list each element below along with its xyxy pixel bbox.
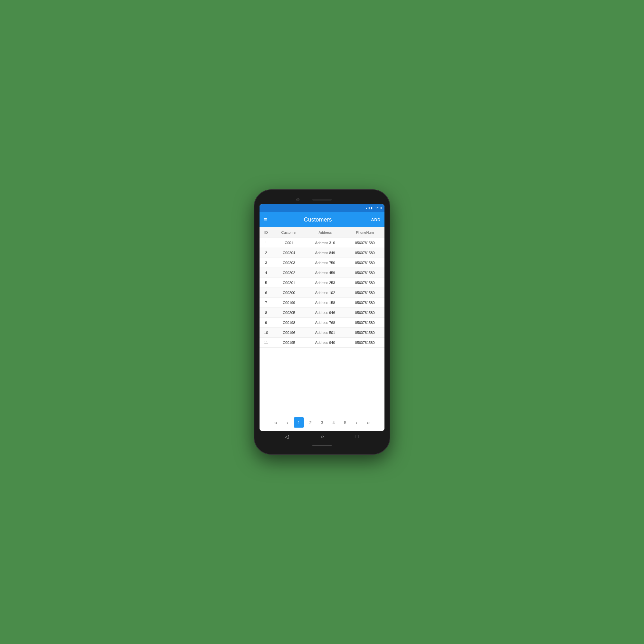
table-cell-8-1: C00198: [273, 318, 305, 328]
table-cell-7-1: C00205: [273, 308, 305, 318]
pagination-prev[interactable]: ‹: [282, 417, 292, 428]
col-header-customer: Customer: [273, 227, 305, 238]
table-header: ID Customer Address PhoneNum: [260, 227, 384, 238]
back-button[interactable]: ◁: [285, 434, 289, 440]
wifi-icon: ▾: [366, 206, 367, 210]
col-header-address: Address: [305, 227, 345, 238]
status-icons: ▾ ▮ ▮: [366, 206, 373, 210]
pagination-first[interactable]: ‹‹: [270, 417, 281, 428]
table-cell-4-0: 5: [260, 278, 273, 288]
table-cell-6-0: 7: [260, 298, 273, 308]
recents-button[interactable]: □: [356, 434, 359, 440]
table-cell-3-0: 4: [260, 268, 273, 278]
table-cell-10-0: 11: [260, 338, 273, 348]
table-cell-9-1: C00196: [273, 328, 305, 338]
table-row[interactable]: 11C00195Address 9400560781580: [260, 338, 384, 348]
table-cell-9-0: 10: [260, 328, 273, 338]
table-cell-0-1: C001: [273, 238, 305, 248]
phone-camera: [296, 198, 299, 201]
table-body: 1C001Address 31005607815802C00204Address…: [260, 238, 384, 348]
home-indicator: [312, 445, 332, 446]
table-row[interactable]: 9C00198Address 7680560781580: [260, 318, 384, 328]
pagination-next[interactable]: ›: [352, 417, 362, 428]
table-cell-5-2: Address 102: [305, 288, 345, 298]
customers-table: ID Customer Address PhoneNum 1C001Addres…: [260, 227, 384, 348]
bottom-nav-bar: ◁ ○ □: [260, 431, 384, 442]
table-cell-4-2: Address 253: [305, 278, 345, 288]
status-bar: ▾ ▮ ▮ 1:10: [260, 204, 384, 212]
battery-icon: ▮: [371, 206, 373, 210]
pagination-page-2[interactable]: 2: [305, 417, 316, 428]
pagination-page-5[interactable]: 5: [340, 417, 350, 428]
pagination-page-1[interactable]: 1: [294, 417, 304, 428]
col-header-id: ID: [260, 227, 273, 238]
table-row[interactable]: 3C00203Address 7500560781580: [260, 258, 384, 268]
table-cell-8-3: 0560781580: [345, 318, 384, 328]
table-cell-5-3: 0560781580: [345, 288, 384, 298]
home-button[interactable]: ○: [321, 434, 324, 440]
table-row[interactable]: 6C00200Address 1020560781580: [260, 288, 384, 298]
table-cell-3-3: 0560781580: [345, 268, 384, 278]
table-cell-7-0: 8: [260, 308, 273, 318]
table-cell-10-2: Address 940: [305, 338, 345, 348]
table-container: ID Customer Address PhoneNum 1C001Addres…: [260, 227, 384, 414]
table-row[interactable]: 5C00201Address 2530560781580: [260, 278, 384, 288]
table-cell-3-2: Address 459: [305, 268, 345, 278]
phone-device: ▾ ▮ ▮ 1:10 ≡ Customers ADD ID Customer A…: [254, 190, 390, 454]
pagination: ‹‹ ‹ 1 2 3 4 5 › ››: [260, 414, 384, 431]
phone-screen: ▾ ▮ ▮ 1:10 ≡ Customers ADD ID Customer A…: [260, 204, 384, 431]
table-cell-6-1: C00199: [273, 298, 305, 308]
table-cell-1-3: 0560781580: [345, 248, 384, 258]
table-cell-10-1: C00195: [273, 338, 305, 348]
phone-speaker: [312, 199, 332, 201]
table-cell-4-3: 0560781580: [345, 278, 384, 288]
table-cell-5-0: 6: [260, 288, 273, 298]
table-cell-4-1: C00201: [273, 278, 305, 288]
table-row[interactable]: 8C00205Address 9460560781580: [260, 308, 384, 318]
status-time: 1:10: [375, 206, 382, 210]
table-cell-9-2: Address 501: [305, 328, 345, 338]
table-cell-8-2: Address 768: [305, 318, 345, 328]
pagination-page-3[interactable]: 3: [317, 417, 327, 428]
table-cell-7-2: Address 946: [305, 308, 345, 318]
table-row[interactable]: 7C00199Address 1580560781580: [260, 298, 384, 308]
phone-bottom: [260, 442, 384, 449]
table-cell-2-3: 0560781580: [345, 258, 384, 268]
table-cell-3-1: C00202: [273, 268, 305, 278]
table-cell-6-3: 0560781580: [345, 298, 384, 308]
pagination-last[interactable]: ››: [363, 417, 374, 428]
table-cell-2-2: Address 750: [305, 258, 345, 268]
table-cell-7-3: 0560781580: [345, 308, 384, 318]
table-row[interactable]: 10C00196Address 5010560781580: [260, 328, 384, 338]
table-cell-2-1: C00203: [273, 258, 305, 268]
table-cell-2-0: 3: [260, 258, 273, 268]
table-cell-5-1: C00200: [273, 288, 305, 298]
app-bar: ≡ Customers ADD: [260, 212, 384, 227]
phone-top-bar: [260, 195, 384, 204]
table-row[interactable]: 2C00204Address 8490560781580: [260, 248, 384, 258]
table-row[interactable]: 4C00202Address 4590560781580: [260, 268, 384, 278]
table-cell-1-2: Address 849: [305, 248, 345, 258]
col-header-phonenum: PhoneNum: [345, 227, 384, 238]
table-cell-0-0: 1: [260, 238, 273, 248]
table-cell-1-1: C00204: [273, 248, 305, 258]
table-row[interactable]: 1C001Address 3100560781580: [260, 238, 384, 248]
add-button[interactable]: ADD: [371, 217, 381, 222]
table-cell-10-3: 0560781580: [345, 338, 384, 348]
table-cell-8-0: 9: [260, 318, 273, 328]
app-title: Customers: [272, 216, 364, 223]
table-cell-0-2: Address 310: [305, 238, 345, 248]
table-cell-0-3: 0560781580: [345, 238, 384, 248]
table-cell-9-3: 0560781580: [345, 328, 384, 338]
table-cell-6-2: Address 158: [305, 298, 345, 308]
menu-icon[interactable]: ≡: [263, 216, 267, 223]
signal-icon: ▮: [368, 206, 370, 210]
pagination-page-4[interactable]: 4: [328, 417, 339, 428]
table-cell-1-0: 2: [260, 248, 273, 258]
